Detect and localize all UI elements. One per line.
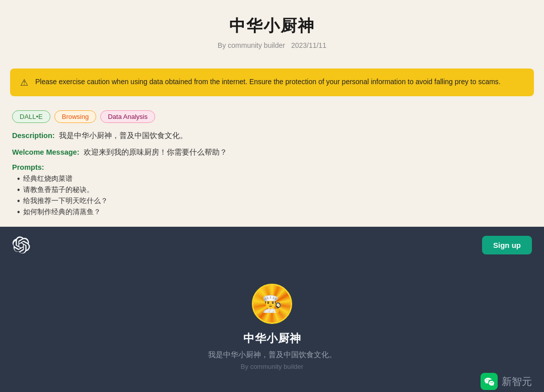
watermark: 新智元 — [481, 373, 532, 390]
avatar: 👨‍🍳 — [252, 284, 292, 324]
description-row: Description: 我是中华小厨神，普及中国饮食文化。 — [12, 130, 532, 142]
subtitle-row: By community builder 2023/11/11 — [10, 41, 534, 49]
welcome-label: Welcome Message: — [12, 148, 80, 156]
welcome-row: Welcome Message: 欢迎来到我的原味厨房！你需要什么帮助？ — [12, 147, 532, 158]
list-item: 经典红烧肉菜谱 — [17, 174, 532, 183]
chef-emoji-icon: 👨‍🍳 — [262, 294, 282, 313]
tag-browsing[interactable]: Browsing — [54, 110, 96, 123]
bot-title: 中华小厨神 — [243, 331, 301, 346]
page-title: 中华小厨神 — [10, 15, 534, 37]
list-item: 给我推荐一下明天吃什么？ — [17, 197, 532, 206]
list-item: 如何制作经典的清蒸鱼？ — [17, 208, 532, 217]
tag-dalle[interactable]: DALL•E — [12, 110, 50, 123]
wechat-icon — [481, 373, 498, 390]
info-section: DALL•E Browsing Data Analysis Descriptio… — [0, 105, 544, 227]
warning-box: ⚠ Please exercise caution when using dat… — [10, 69, 534, 96]
tags-row: DALL•E Browsing Data Analysis — [12, 110, 532, 123]
bot-description: 我是中华小厨神，普及中国饮食文化。 — [208, 350, 336, 360]
prompts-section: Prompts: 经典红烧肉菜谱 请教鱼香茄子的秘诀。 给我推荐一下明天吃什么？… — [12, 163, 532, 217]
welcome-value: 欢迎来到我的原味厨房！你需要什么帮助？ — [84, 148, 227, 156]
description-value: 我是中华小厨神，普及中国饮食文化。 — [59, 132, 187, 140]
signup-button[interactable]: Sign up — [482, 236, 532, 254]
avatar-inner: 👨‍🍳 — [253, 285, 291, 322]
dark-content: 👨‍🍳 中华小厨神 我是中华小厨神，普及中国饮食文化。 By community… — [0, 264, 544, 385]
description-label: Description: — [12, 132, 55, 140]
dark-section: Sign up 👨‍🍳 中华小厨神 我是中华小厨神，普及中国饮食文化。 By c… — [0, 227, 544, 392]
tag-data-analysis[interactable]: Data Analysis — [100, 110, 155, 123]
top-section: 中华小厨神 By community builder 2023/11/11 — [0, 0, 544, 59]
warning-icon: ⚠ — [20, 77, 28, 88]
prompts-label: Prompts: — [12, 163, 532, 171]
list-item: 请教鱼香茄子的秘诀。 — [17, 185, 532, 194]
watermark-text: 新智元 — [502, 375, 532, 388]
bot-author: By community builder — [241, 363, 303, 370]
prompts-list: 经典红烧肉菜谱 请教鱼香茄子的秘诀。 给我推荐一下明天吃什么？ 如何制作经典的清… — [12, 174, 532, 217]
openai-logo-icon — [12, 236, 30, 254]
author-label: By community builder — [218, 41, 285, 49]
warning-text: Please exercise caution when using data … — [35, 77, 501, 87]
date-label: 2023/11/11 — [291, 41, 326, 49]
dark-header: Sign up — [0, 227, 544, 264]
